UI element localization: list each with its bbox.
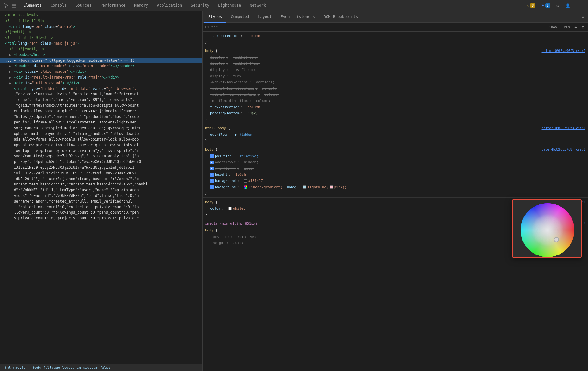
toggle-sidebar-button[interactable]: ⊡ [580,24,585,30]
css-rule-body-2: body { page-4b32bc…57c8f.css:1 position:… [203,145,588,198]
html-line: "https://cdpn.io","environment":"product… [0,114,202,120]
html-line: <!DOCTYPE html> [0,13,202,18]
html-line: <input type="hidden" id="init-data" valu… [0,86,202,92]
css-prop-line: padding-bottom: 30px; [203,110,588,116]
css-prop-line: -ms-flex-direction: column; [203,98,588,104]
css-prop-line: position: relative; [203,153,588,160]
tab-memory[interactable]: Memory [130,0,152,11]
css-selector: body { [205,147,218,153]
html-line: <html lang="en" class="mac js js"> [0,41,202,47]
tab-application[interactable]: Application [153,0,186,11]
color-picker-popup[interactable] [512,199,582,258]
html-line: ▶ <div id="result-iframe-wrap" role="mai… [0,75,202,80]
tab-event-listeners[interactable]: Event Listeners [276,11,319,23]
top-bar-actions: ⚠ 3 ⚑ 8 ⚙ 👤 ⋮ [524,2,587,9]
css-checkbox[interactable] [210,167,214,170]
css-source-link[interactable]: page-4b32bc…57c8f.css:1 [542,147,585,152]
tab-lighthouse-label: Lighthouse [218,3,241,8]
tab-console[interactable]: Console [46,0,71,11]
html-line: iJIUzI1NiJ9.eyJyZXNvdXJjZSI6ImFuYWx5dGlj… [0,165,202,171]
html-line: l,"collections_count":0,"collections_pri… [0,204,202,210]
dock-button[interactable]: 👤 [563,2,573,9]
breadcrumb-html[interactable]: html.mac.js [3,366,26,370]
tab-event-listeners-label: Event Listeners [281,15,315,19]
html-line: <html lang="en" class="oldie"> [0,24,202,30]
css-prop-line: display: flex; [203,73,588,79]
filter-bar: :hov .cls + ⊡ [203,23,588,32]
html-line: low-top-navigation-by-user-activation"},… [0,148,202,154]
gear-icon: ⚙ [557,3,559,8]
devtools-icons [1,3,19,8]
color-swatch-white[interactable] [228,207,232,210]
css-prop-line: display: -ms-flexbox; [203,67,588,73]
tab-layout[interactable]: Layout [253,11,276,23]
color-swatch-pink[interactable] [330,186,333,189]
css-close-brace: } [203,116,588,122]
add-style-button[interactable]: + [573,24,578,30]
filter-input[interactable] [205,25,545,29]
css-close-brace: } [203,190,588,196]
tab-lighthouse[interactable]: Lighthouse [214,0,245,11]
tab-styles-label: Styles [208,15,222,19]
css-checkbox[interactable] [210,173,214,177]
css-checkbox[interactable] [210,179,214,183]
html-line: ▶ <div id="full-view-ad">…</div> [0,80,202,86]
color-swatch-lightblue[interactable] [303,186,306,189]
html-line: t edge","platform":"mac","version":"89"}… [0,97,202,103]
more-icon: ⋮ [577,3,582,8]
css-prop-line: display: -webkit-box; [203,54,588,61]
html-line: {"gridIframeSandboxAttributes":"allow-sc… [0,103,202,109]
color-swatch-dark[interactable] [244,179,247,183]
breadcrumb-bar: html.mac.js › body.fullpage.logged-in.si… [0,364,202,371]
expand-triangle[interactable] [235,133,237,136]
cls-button[interactable]: .cls [560,24,572,30]
html-line: ymous","owner_id":"VoDkNZYdEzGn","paid":… [0,193,202,199]
html-line: svgs/compiled/svgs.dee7eb02.svg","__stre… [0,154,202,159]
css-source-link[interactable]: editor-0980…c96f3.css:1 [542,126,585,131]
tab-console-label: Console [51,3,67,8]
css-rule-header: html, body { editor-0980…c96f3.css:1 [203,125,588,132]
css-source-link[interactable]: editor-0980…c96f3.css:1 [542,48,585,53]
hov-button[interactable]: :hov [547,24,559,30]
tab-computed[interactable]: Computed [226,11,253,23]
tab-performance[interactable]: Performance [96,0,130,11]
flag-count: 8 [545,3,550,8]
main-layout: <!DOCTYPE html> <!--[if lte IE 9]> <html… [0,11,588,371]
css-prop-line: display: -webkit-flex; [203,60,588,67]
html-line: pi_key":"64puhuch8n2j","token":"eyJ0eXAi… [0,159,202,165]
html-line: ▶ <div class="oldie-header">…</div> [0,69,202,75]
more-button[interactable]: ⋮ [574,2,584,9]
settings-button[interactable]: ⚙ [554,2,562,9]
css-prop-line: overflow-x: hidden; [203,159,588,166]
warning-badge[interactable]: ⚠ 3 [524,2,538,9]
tab-performance-label: Performance [100,3,125,8]
gradient-circle[interactable] [244,185,247,189]
tab-network[interactable]: Network [245,0,270,11]
body-line[interactable]: ... ▼ <body class="fullpage logged-in si… [0,58,202,64]
tab-sources-label: Sources [75,3,91,8]
html-line: urrent_team_hashid":"0","current_team_ha… [0,182,202,187]
html-line: sername":"anon","created_at":null,"email… [0,199,202,204]
html-line: er-lock allow-same-origin"},"__CPDATA":{… [0,109,202,114]
breadcrumb-body[interactable]: body.fullpage.logged-in.sidebar-false [33,366,110,370]
css-checkbox[interactable] [210,161,214,164]
tab-styles[interactable]: Styles [204,11,226,23]
tab-elements[interactable]: Elements [19,0,46,11]
flag-badge[interactable]: ⚑ 8 [539,2,553,9]
html-line: <!--<![endif]--> [0,47,202,52]
html-line: ▶ <head>…</head> [0,52,202,58]
filter-actions: :hov .cls + ⊡ [547,24,585,30]
css-checkbox[interactable] [210,154,214,158]
html-line: d":"VoDkNZ","id":1,"itemType":"user","na… [0,187,202,193]
css-rule-body-1: body { editor-0980…c96f3.css:1 display: … [203,46,588,123]
css-rule-header: body { editor-0980…c96f3.css:1 [203,47,588,54]
css-prop-line: overflow: hidden; [203,132,588,138]
css-rule-partial: flex-direction: column; } [203,32,588,46]
css-checkbox[interactable] [210,186,214,189]
tab-sources[interactable]: Sources [71,0,96,11]
tab-security-label: Security [191,3,209,8]
tab-dom-breakpoints[interactable]: DOM Breakpoints [319,11,362,23]
tab-security[interactable]: Security [186,0,214,11]
sub-tab-more-button[interactable]: » [579,15,587,20]
html-tree[interactable]: <!DOCTYPE html> <!--[if lte IE 9]> <html… [0,11,202,364]
